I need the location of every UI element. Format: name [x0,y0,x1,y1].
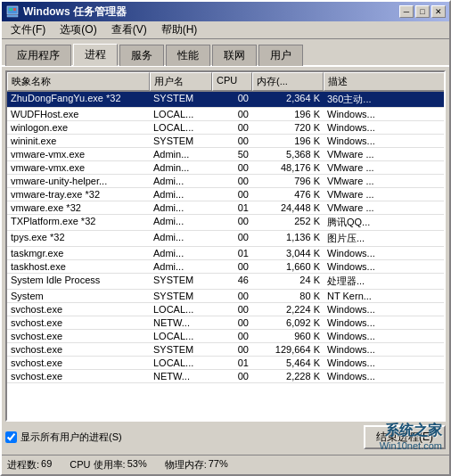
table-cell: Admi... [150,215,212,230]
table-cell: Windows... [324,330,444,342]
table-row[interactable]: tpys.exe *32Admi...001,136 K图片压... [7,231,444,247]
table-cell: LOCAL... [150,108,212,120]
table-cell: SYSTEM [150,274,212,289]
column-header[interactable]: 内存(... [252,72,324,91]
task-manager-window: Windows 任务管理器 ─ □ ✕ 文件(F)选项(O)查看(V)帮助(H)… [0,0,451,476]
table-cell: winlogon.exe [7,121,150,134]
table-cell: svchost.exe [7,370,150,382]
table-cell: VMware ... [324,201,444,214]
table-cell: VMware ... [324,188,444,201]
table-cell: Windows... [324,303,444,316]
table-cell: 00 [212,161,252,174]
table-body[interactable]: ZhuDongFangYu.exe *32SYSTEM002,364 K360主… [7,92,444,420]
table-cell: 196 K [252,108,324,120]
table-row[interactable]: svchost.exeLOCAL...00960 KWindows... [7,330,444,343]
close-button[interactable]: ✕ [431,5,446,18]
table-cell: 01 [212,247,252,259]
tab-服务[interactable]: 服务 [119,45,164,66]
table-row[interactable]: vmware-vmx.exeAdmin...0048,176 KVMware .… [7,161,444,175]
table-cell: 5,368 K [252,148,324,160]
show-all-users-checkbox[interactable] [5,431,17,443]
table-cell: LOCAL... [150,121,212,134]
table-cell: System [7,290,150,302]
table-cell: 1,660 K [252,260,324,273]
process-table: 映象名称用户名CPU内存(...描述 ZhuDongFangYu.exe *32… [5,70,446,422]
menu-item[interactable]: 文件(F) [4,21,53,39]
cpu-usage-label: CPU 使用率: [70,458,125,472]
table-row[interactable]: svchost.exeLOCAL...015,464 KWindows... [7,357,444,370]
table-cell: 24,448 K [252,201,324,214]
table-cell: 00 [212,215,252,230]
table-row[interactable]: System Idle ProcessSYSTEM4624 K处理器... [7,274,444,290]
table-row[interactable]: svchost.exeSYSTEM00129,664 KWindows... [7,343,444,357]
table-cell: 129,664 K [252,343,324,356]
table-cell: 360主动... [324,92,444,107]
table-row[interactable]: vmware-vmx.exeAdmin...505,368 KVMware ..… [7,148,444,161]
memory-label: 物理内存: [165,458,207,472]
table-row[interactable]: vmware-unity-helper...Admi...00796 KVMwa… [7,175,444,188]
table-cell: 01 [212,357,252,369]
table-cell: 00 [212,316,252,329]
svg-rect-2 [13,8,16,11]
table-cell: taskhost.exe [7,260,150,273]
table-row[interactable]: vmware-tray.exe *32Admi...00476 KVMware … [7,188,444,201]
column-header[interactable]: CPU [212,72,252,91]
table-cell: SYSTEM [150,92,212,107]
table-row[interactable]: TXPlatform.exe *32Admi...00252 K腾讯QQ... [7,215,444,231]
table-row[interactable]: svchost.exeNETW...002,228 KWindows... [7,370,444,383]
menu-item[interactable]: 帮助(H) [154,21,205,39]
memory-item: 物理内存: 77% [165,458,228,472]
table-row[interactable]: ZhuDongFangYu.exe *32SYSTEM002,364 K360主… [7,92,444,108]
table-row[interactable]: svchost.exeLOCAL...002,224 KWindows... [7,303,444,316]
show-all-users-label[interactable]: 显示所有用户的进程(S) [5,431,364,444]
table-cell: 00 [212,343,252,356]
table-cell: 腾讯QQ... [324,215,444,230]
maximize-button[interactable]: □ [415,5,430,18]
table-row[interactable]: wininit.exeSYSTEM00196 KWindows... [7,135,444,148]
table-cell: LOCAL... [150,357,212,369]
table-cell: VMware ... [324,175,444,187]
table-cell: 00 [212,175,252,187]
table-cell: Admi... [150,260,212,273]
column-header[interactable]: 描述 [324,72,444,91]
process-count-value: 69 [41,458,52,472]
table-cell: 196 K [252,135,324,147]
table-cell: 01 [212,201,252,214]
end-process-button[interactable]: 结束进程(E) [364,425,446,449]
title-bar: Windows 任务管理器 ─ □ ✕ [2,2,449,21]
column-header[interactable]: 用户名 [150,72,212,91]
table-cell: Windows... [324,316,444,329]
tab-应用程序[interactable]: 应用程序 [5,45,71,66]
table-cell: LOCAL... [150,303,212,316]
table-cell: Windows... [324,108,444,120]
table-cell: 6,092 K [252,316,324,329]
tab-用户[interactable]: 用户 [258,45,303,66]
table-row[interactable]: SystemSYSTEM0080 KNT Kern... [7,290,444,303]
table-row[interactable]: vmware.exe *32Admi...0124,448 KVMware ..… [7,201,444,215]
memory-value: 77% [209,458,228,472]
show-all-users-text: 显示所有用户的进程(S) [20,431,122,444]
table-row[interactable]: winlogon.exeLOCAL...00720 KWindows... [7,121,444,135]
table-row[interactable]: svchost.exeNETW...006,092 KWindows... [7,316,444,330]
tab-进程[interactable]: 进程 [73,44,118,66]
menu-item[interactable]: 查看(V) [104,21,154,39]
table-row[interactable]: taskhost.exeAdmi...001,660 KWindows... [7,260,444,274]
table-row[interactable]: taskmgr.exeAdmi...013,044 KWindows... [7,247,444,260]
table-cell: vmware-tray.exe *32 [7,188,150,201]
table-cell: 3,044 K [252,247,324,259]
table-cell: vmware-vmx.exe [7,161,150,174]
menu-item[interactable]: 选项(O) [53,21,103,39]
minimize-button[interactable]: ─ [399,5,414,18]
table-cell: 476 K [252,188,324,201]
table-cell: 2,224 K [252,303,324,316]
table-cell: Windows... [324,247,444,259]
table-cell: 00 [212,260,252,273]
table-cell: 00 [212,303,252,316]
table-row[interactable]: WUDFHost.exeLOCAL...00196 KWindows... [7,108,444,121]
column-header[interactable]: 映象名称 [7,72,150,91]
table-cell: NETW... [150,370,212,382]
table-cell: 00 [212,330,252,342]
table-cell: Windows... [324,370,444,382]
tab-联网[interactable]: 联网 [212,45,257,66]
tab-性能[interactable]: 性能 [166,45,210,66]
